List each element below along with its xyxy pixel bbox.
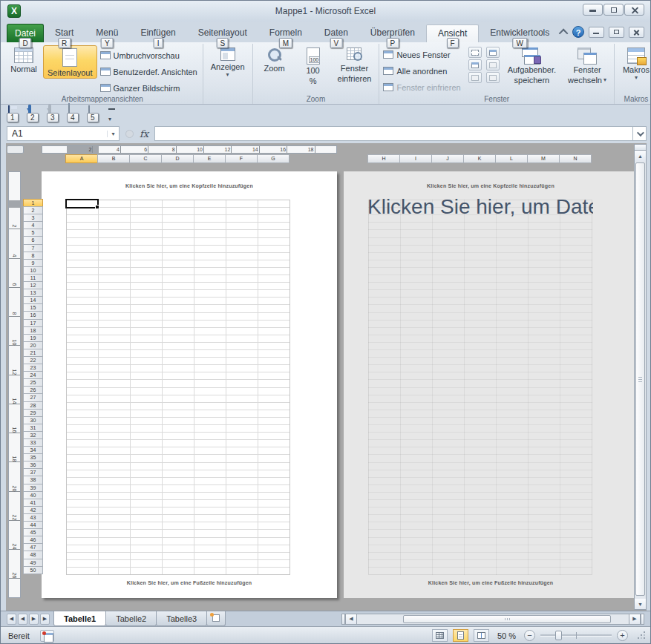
sheet-tab[interactable]: Tabelle2 — [105, 611, 157, 626]
horizontal-scrollbar[interactable]: ◀ ▶ — [341, 611, 650, 626]
name-box[interactable]: A1 ▾ — [7, 126, 120, 141]
undo-button[interactable]: 2 — [28, 106, 43, 119]
header-placeholder[interactable]: Klicken Sie hier, um eine Kopfzeile hinz… — [42, 183, 337, 188]
table-view-button[interactable]: 5 — [88, 106, 103, 119]
column-header[interactable]: C — [129, 154, 162, 163]
minimize-button[interactable] — [583, 4, 603, 16]
expand-formula-bar-button[interactable] — [633, 126, 647, 141]
vertical-scrollbar[interactable]: ▲ ▼ — [634, 144, 647, 610]
split-button[interactable] — [468, 47, 482, 58]
record-macro-button[interactable] — [40, 630, 54, 642]
view-option-button[interactable]: Umbruchvorschau — [100, 47, 197, 63]
reset-window-position-button[interactable] — [486, 72, 500, 83]
ribbon-tab[interactable]: Einfügen I — [129, 24, 186, 42]
ribbon-tab[interactable]: Entwicklertools W — [479, 24, 560, 42]
column-header[interactable]: F — [225, 154, 258, 163]
column-header[interactable]: J — [431, 154, 464, 163]
workbook-minimize-button[interactable] — [589, 27, 604, 38]
column-header[interactable]: E — [193, 154, 226, 163]
zoom-button[interactable]: Zoom — [257, 45, 292, 73]
cell-grid[interactable] — [66, 200, 290, 575]
column-header[interactable]: L — [495, 154, 528, 163]
workbook-restore-button[interactable] — [609, 27, 624, 38]
view-side-by-side-button[interactable] — [486, 47, 500, 58]
split-handle[interactable] — [635, 145, 646, 151]
sheet-tab[interactable]: Tabelle3 — [156, 611, 207, 626]
column-header[interactable]: K — [463, 154, 496, 163]
column-header[interactable]: B — [97, 154, 130, 163]
chevron-down-icon[interactable]: ▾ — [107, 131, 119, 137]
page-layout-view-toggle[interactable] — [453, 629, 468, 642]
zoom-100-button[interactable]: 100 100 % — [295, 45, 331, 86]
scroll-left-icon[interactable]: ◀ — [345, 614, 357, 625]
active-cell-a1[interactable] — [65, 199, 99, 208]
unhide-window-button[interactable] — [468, 72, 482, 83]
page-break-view-toggle[interactable] — [474, 629, 489, 642]
resize-grip[interactable] — [636, 631, 646, 640]
ribbon-tab[interactable]: Start R — [44, 24, 85, 42]
ribbon-tab[interactable]: Formeln M — [258, 24, 313, 42]
column-header[interactable]: D — [161, 154, 194, 163]
close-button[interactable] — [624, 4, 644, 16]
help-button[interactable]: ? — [572, 26, 584, 38]
normal-view-button[interactable]: Normal — [6, 45, 42, 74]
synchronous-scrolling-button[interactable] — [486, 59, 500, 70]
row-header[interactable]: 50 — [23, 566, 43, 574]
zoom-out-button[interactable]: − — [524, 630, 535, 641]
zoom-slider-thumb[interactable] — [555, 631, 562, 640]
column-header[interactable]: M — [527, 154, 560, 163]
view-option-button[interactable]: Benutzerdef. Ansichten — [100, 64, 197, 79]
scroll-thumb[interactable] — [403, 615, 611, 623]
scroll-up-icon[interactable]: ▲ — [635, 151, 646, 161]
sheet-tab[interactable]: Tabelle1 — [53, 611, 106, 626]
window-option-button[interactable]: Alle anordnen — [383, 63, 463, 79]
view-option-button[interactable]: Ganzer Bildschirm — [100, 80, 197, 96]
switch-windows-button[interactable]: Fenster wechseln ▾ — [564, 45, 610, 85]
zoom-slider[interactable] — [540, 634, 612, 637]
scroll-track[interactable] — [357, 614, 629, 625]
column-header[interactable]: G — [257, 154, 289, 163]
last-sheet-button[interactable]: ▶ — [40, 614, 50, 625]
ribbon-tab[interactable]: Ansicht F — [426, 24, 479, 42]
workbook-close-button[interactable] — [629, 27, 644, 38]
normal-view-toggle[interactable] — [432, 629, 448, 642]
column-header[interactable]: I — [399, 154, 432, 163]
column-header[interactable]: H — [367, 154, 400, 163]
scroll-thumb[interactable] — [635, 162, 645, 596]
header-placeholder[interactable]: Klicken Sie hier, um eine Kopfzeile hinz… — [344, 183, 638, 188]
anzeigen-button[interactable]: Anzeigen ▾ — [207, 45, 249, 78]
column-header[interactable]: A — [65, 154, 98, 163]
column-header[interactable]: N — [559, 154, 592, 163]
window-option-button[interactable]: Fenster einfrieren — [383, 79, 463, 95]
ribbon-tab[interactable]: Seitenlayout S — [187, 24, 258, 42]
insert-worksheet-button[interactable] — [206, 611, 226, 626]
makros-button[interactable]: Makros ▾ — [618, 45, 651, 81]
scroll-right-icon[interactable]: ▶ — [629, 614, 641, 625]
formula-input[interactable] — [154, 126, 633, 141]
scroll-track[interactable] — [635, 161, 646, 599]
save-button[interactable]: 1 — [8, 106, 23, 119]
first-sheet-button[interactable]: ◀ — [7, 614, 16, 625]
next-sheet-button[interactable]: ▶ — [29, 614, 39, 625]
ribbon-tab[interactable]: Überprüfen P — [359, 24, 426, 42]
ribbon-tab[interactable]: Menü Y — [85, 24, 129, 42]
previous-sheet-button[interactable]: ◀ — [18, 614, 27, 625]
redo-button[interactable]: 3 — [48, 106, 63, 119]
footer-placeholder[interactable]: Klicken Sie hier, um eine Fußzeile hinzu… — [344, 580, 638, 585]
tab-datei[interactable]: Datei D — [7, 24, 44, 42]
fx-button[interactable]: fx — [140, 128, 148, 139]
split-handle[interactable] — [641, 614, 644, 625]
restore-button[interactable] — [603, 4, 624, 16]
excel-app-icon[interactable]: X — [7, 4, 21, 18]
zoom-freeze-button[interactable]: Fenster einfrieren — [334, 45, 376, 84]
data-placeholder[interactable]: Klicken Sie hier, um Daten h — [367, 195, 593, 219]
zoom-in-button[interactable]: + — [617, 630, 628, 641]
save-workspace-button[interactable]: Aufgabenber. speichern — [504, 45, 560, 85]
customize-qat-button[interactable]: ▾ — [108, 106, 117, 119]
footer-placeholder[interactable]: Klicken Sie hier, um eine Fußzeile hinzu… — [42, 580, 337, 585]
window-option-button[interactable]: Neues Fenster — [383, 47, 463, 62]
hide-window-button[interactable] — [468, 59, 482, 70]
page-layout-view-button[interactable]: Seitenlayout — [43, 45, 97, 79]
print-preview-button[interactable]: 4 — [68, 106, 83, 119]
scroll-down-icon[interactable]: ▼ — [635, 599, 646, 609]
